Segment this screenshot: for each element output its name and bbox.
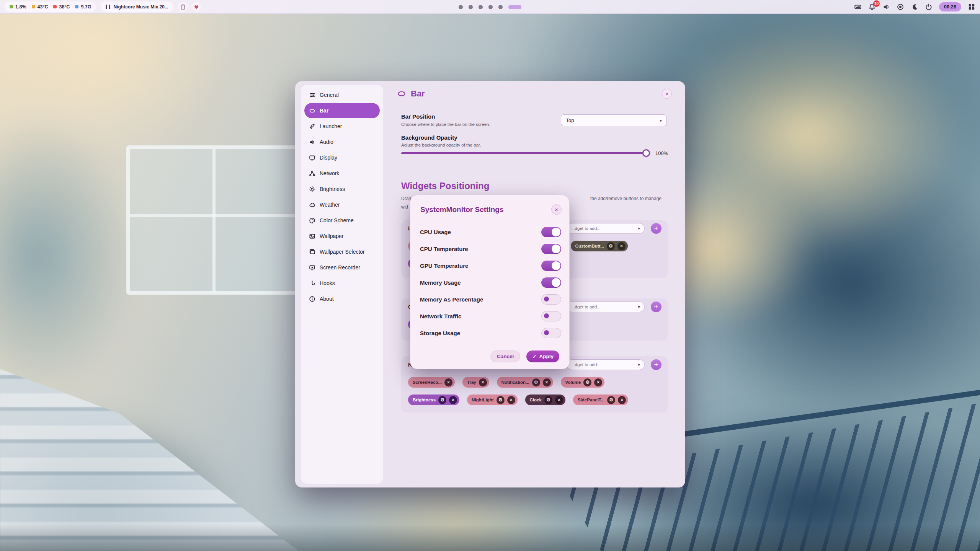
toggle-row: GPU Temperature	[420, 257, 561, 274]
add-widget-button[interactable]: +	[651, 302, 662, 312]
widget-chip-custombutt[interactable]: CustomButt...⚙×	[571, 241, 628, 251]
chip-label: SidePanelT...	[578, 398, 604, 402]
notification-badge: 10	[873, 0, 880, 7]
heart-icon	[193, 4, 199, 10]
widget-chip-nightlight[interactable]: NightLight⚙×	[467, 395, 517, 405]
close-icon[interactable]: ×	[479, 378, 487, 386]
close-icon[interactable]: ×	[555, 396, 563, 404]
stat-value: 43°C	[38, 4, 48, 10]
gear-icon[interactable]: ⚙	[438, 396, 446, 404]
gear-icon[interactable]: ⚙	[607, 242, 615, 250]
workspaces	[459, 0, 521, 14]
widget-add-dropdown[interactable]: ...dget to add...▾	[567, 302, 645, 312]
page-header: Bar	[397, 89, 425, 99]
toggle-row: CPU Temperature	[420, 240, 561, 257]
clock[interactable]: 00:28	[939, 2, 961, 11]
cancel-button[interactable]: Cancel	[490, 350, 520, 362]
memory-icon	[75, 5, 78, 8]
toggle-cpu-usage[interactable]	[541, 227, 561, 237]
toggle-knob	[544, 313, 549, 318]
add-widget-button[interactable]: +	[651, 223, 662, 234]
toggle-knob	[552, 261, 560, 270]
widget-chip-brightness[interactable]: Brightness⚙×	[408, 395, 459, 405]
close-icon[interactable]: ×	[444, 378, 452, 386]
cpu-usage-icon: 1.8%	[10, 4, 26, 10]
gpu-temperature-icon	[53, 5, 57, 8]
chip-row: ScreenReco...×Tray×Notification...⚙×Volu…	[408, 377, 662, 388]
dropdown-placeholder: ...dget to add...	[571, 362, 601, 367]
chevron-down-icon: ▾	[638, 226, 640, 231]
widget-chip-tray[interactable]: Tray×	[462, 377, 489, 388]
gear-icon[interactable]: ⚙	[583, 378, 591, 386]
workspace-dot[interactable]	[459, 5, 463, 9]
background-opacity-value: 100%	[655, 150, 668, 156]
workspace-dot[interactable]	[498, 5, 503, 9]
dropdown-placeholder: ...dget to add...	[571, 226, 601, 231]
quick-actions	[178, 2, 201, 12]
chevron-down-icon: ▾	[638, 304, 640, 310]
widget-add-dropdown[interactable]: ...dget to add...▾	[567, 223, 645, 234]
toggle-memory-usage[interactable]	[541, 277, 561, 288]
chevron-down-icon: ▾	[660, 118, 662, 123]
widget-add-dropdown[interactable]: ...dget to add...▾	[567, 359, 645, 370]
widget-chip-notification[interactable]: Notification...⚙×	[497, 377, 553, 388]
wallpaper-shade	[0, 524, 980, 551]
widget-chip-volume[interactable]: Volume⚙×	[561, 377, 605, 388]
widget-chip-screenreco[interactable]: ScreenReco...×	[408, 377, 455, 388]
clipboard-icon-button[interactable]	[178, 2, 188, 12]
bar-position-dropdown[interactable]: Top ▾	[561, 114, 667, 126]
chip-label: Brightness	[413, 398, 436, 402]
toggle-storage-usage[interactable]	[541, 328, 561, 338]
record-icon[interactable]	[897, 3, 904, 11]
gear-icon[interactable]: ⚙	[607, 396, 615, 404]
night-light-icon[interactable]	[911, 3, 918, 11]
background-opacity-row: 100%	[401, 149, 668, 157]
toggle-cpu-temperature[interactable]	[541, 244, 561, 254]
gear-icon[interactable]: ⚙	[497, 396, 505, 404]
toggle-gpu-temperature[interactable]	[541, 261, 561, 271]
chip-row: Brightness⚙×NightLight⚙×Clock⚙×SidePanel…	[408, 395, 662, 405]
keyboard-icon[interactable]	[854, 3, 862, 11]
system-stats[interactable]: 1.8%43°C38°C9.7G	[5, 2, 96, 12]
close-icon: ×	[555, 206, 558, 213]
media-player[interactable]: Nightcore Music Mix 20...	[101, 2, 173, 12]
widget-chip-sidepanelt[interactable]: SidePanelT...⚙×	[573, 395, 628, 405]
close-icon[interactable]: ×	[449, 396, 457, 404]
gear-icon[interactable]: ⚙	[532, 378, 540, 386]
close-modal-button[interactable]: ×	[551, 204, 562, 215]
apply-button[interactable]: ✓ Apply	[526, 350, 559, 362]
workspace-dot[interactable]	[488, 5, 493, 9]
slider-thumb[interactable]	[642, 149, 650, 157]
toggle-memory-as-percentage[interactable]	[541, 294, 561, 305]
close-icon[interactable]: ×	[594, 378, 602, 386]
power-icon[interactable]	[925, 3, 933, 11]
memory-icon: 9.7G	[75, 4, 91, 10]
bar-position-description: Choose where to place the bar on the scr…	[401, 122, 490, 127]
widget-chip-clock[interactable]: Clock⚙×	[525, 395, 565, 405]
heart-icon-button[interactable]	[191, 2, 201, 12]
workspace-dot[interactable]	[469, 5, 473, 9]
close-icon[interactable]: ×	[618, 396, 626, 404]
toggle-label: Memory Usage	[420, 279, 461, 286]
close-window-button[interactable]: ×	[662, 89, 672, 99]
toggle-list: CPU UsageCPU TemperatureGPU TemperatureM…	[420, 223, 561, 341]
page-title: Bar	[411, 89, 425, 99]
close-icon[interactable]: ×	[617, 242, 626, 250]
volume-icon[interactable]	[882, 3, 890, 11]
gear-icon[interactable]: ⚙	[544, 396, 552, 404]
close-icon[interactable]: ×	[543, 378, 551, 386]
workspace-dot[interactable]	[479, 5, 483, 9]
toggle-network-traffic[interactable]	[541, 311, 561, 321]
cpu-temperature-icon	[32, 5, 35, 8]
apps-grid-icon[interactable]	[968, 3, 975, 11]
bar-icon	[397, 89, 406, 98]
top-bar: 1.8%43°C38°C9.7G Nightcore Music Mix 20.…	[0, 0, 980, 14]
close-icon[interactable]: ×	[507, 396, 515, 404]
add-widget-button[interactable]: +	[651, 359, 662, 370]
workspace-active[interactable]	[508, 5, 521, 9]
bell-icon[interactable]: 10	[868, 3, 876, 11]
top-bar-left: 1.8%43°C38°C9.7G Nightcore Music Mix 20.…	[5, 2, 201, 12]
background-opacity-description: Adjust the background opacity of the bar…	[401, 143, 481, 147]
close-icon: ×	[665, 91, 669, 97]
background-opacity-slider[interactable]	[401, 149, 650, 157]
